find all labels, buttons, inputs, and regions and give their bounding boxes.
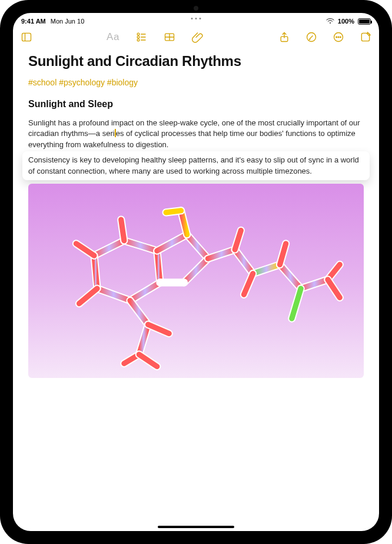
front-camera [194,6,198,11]
svg-point-0 [330,22,331,24]
paperclip-icon[interactable] [191,31,204,44]
svg-line-26 [130,283,160,301]
svg-point-7 [137,39,139,41]
dragged-text-snippet[interactable]: Consistency is key to developing healthy… [22,151,370,180]
svg-line-32 [157,235,187,251]
svg-line-28 [97,288,130,300]
note-body[interactable]: Sunlight and Circadian Rhythms #school #… [13,49,379,531]
svg-point-3 [137,33,139,35]
svg-rect-18 [361,33,369,41]
note-paragraph[interactable]: Sunlight has a profound impact on the sl… [28,118,364,150]
sidebar-toggle-icon[interactable] [20,31,33,44]
svg-line-24 [157,251,160,283]
svg-point-17 [340,37,341,38]
drag-text: Consistency is key to developing healthy… [28,155,359,175]
compose-icon[interactable] [359,31,372,44]
note-subheading[interactable]: Sunlight and Sleep [28,99,364,110]
molecule-illustration [28,184,364,378]
svg-line-44 [79,288,98,303]
note-toolbar: Aa [13,27,379,49]
status-date: Mon Jun 10 [51,18,84,25]
note-image[interactable] [28,184,364,378]
multitask-dots[interactable] [191,18,201,19]
svg-point-16 [338,37,339,38]
note-tags[interactable]: #school #psychology #biology [28,78,364,87]
svg-point-15 [336,37,337,38]
svg-line-34 [187,235,208,259]
table-icon[interactable] [163,31,176,44]
status-time: 9:41 AM [21,18,46,25]
note-title[interactable]: Sunlight and Circadian Rhythms [28,53,364,69]
svg-rect-1 [22,33,31,41]
svg-line-52 [235,250,253,274]
svg-line-36 [184,258,208,283]
status-bar: 9:41 AM Mon Jun 10 100% [13,13,379,27]
svg-line-72 [130,301,148,325]
svg-line-20 [94,241,124,256]
svg-point-5 [137,36,139,38]
svg-line-56 [280,265,301,289]
text-format-button[interactable]: Aa [107,31,119,44]
svg-line-48 [166,211,181,213]
battery-icon [358,18,371,25]
home-indicator[interactable] [158,526,234,528]
markup-circle-icon[interactable] [305,31,318,44]
wifi-icon [326,18,334,24]
svg-line-64 [235,231,241,250]
svg-line-42 [121,220,124,241]
checklist-icon[interactable] [135,31,148,44]
svg-line-68 [280,244,285,265]
battery-percent: 100% [338,18,354,25]
screen: 9:41 AM Mon Jun 10 100% [13,13,379,531]
more-icon[interactable] [332,31,345,44]
svg-line-30 [94,256,97,288]
ipad-device-frame: 9:41 AM Mon Jun 10 100% [0,0,392,544]
share-icon[interactable] [278,31,291,44]
